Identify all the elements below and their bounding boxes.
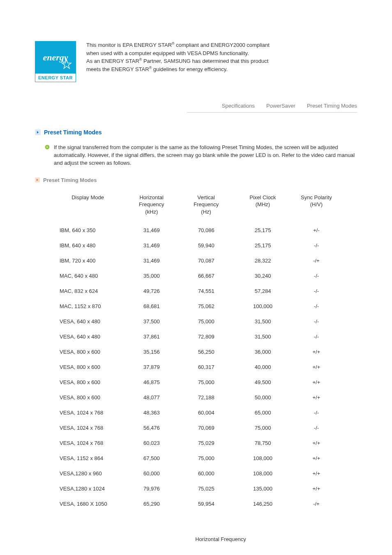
table-row: VESA, 800 x 60037,87960,31740,000+/+: [51, 359, 341, 375]
td-sync-polarity: -/-: [292, 242, 341, 249]
td-sync-polarity: -/-: [292, 303, 341, 309]
table-row: VESA, 1024 x 76848,36360,00465,000-/-: [51, 405, 341, 420]
td-sync-polarity: +/+: [292, 470, 341, 477]
table-body: IBM, 640 x 35031,46970,08625,175+/-IBM, …: [51, 223, 341, 511]
table-header-row: Display Mode Horizontal Frequency (kHz) …: [51, 194, 341, 223]
energy-star-description: This monitor is EPA ENERGY STAR® complia…: [86, 41, 279, 74]
th-display-mode: Display Mode: [51, 194, 124, 216]
td-sync-polarity: -/-: [292, 288, 341, 294]
td-pixel-clock: 30,240: [233, 273, 292, 279]
td-display-mode: VESA, 800 x 600: [51, 394, 124, 401]
td-vertical-freq: 70,086: [179, 227, 233, 233]
td-vertical-freq: 70,087: [179, 258, 233, 264]
td-pixel-clock: 25,175: [233, 242, 292, 249]
td-vertical-freq: 75,000: [179, 318, 233, 325]
tab-specifications[interactable]: Specifications: [222, 103, 255, 109]
td-pixel-clock: 50,000: [233, 394, 292, 401]
section-title: Preset Timing Modes: [44, 129, 102, 136]
td-horizontal-freq: 31,469: [124, 227, 179, 233]
td-pixel-clock: 49,500: [233, 379, 292, 385]
td-display-mode: VESA, 1024 x 768: [51, 440, 124, 446]
td-pixel-clock: 28,322: [233, 258, 292, 264]
th-sync-polarity: Sync Polarity (H/V): [292, 194, 341, 216]
td-pixel-clock: 36,000: [233, 349, 292, 355]
td-display-mode: VESA, 1024 x 768: [51, 425, 124, 431]
table-row: VESA, 640 x 48037,86172,80931,500-/-: [51, 329, 341, 344]
td-sync-polarity: -/-: [292, 318, 341, 325]
table-row: IBM, 640 x 48031,46959,94025,175-/-: [51, 238, 341, 253]
td-vertical-freq: 75,000: [179, 379, 233, 385]
tab-preset-timing-modes[interactable]: Preset Timing Modes: [307, 103, 357, 109]
th-vertical-freq: Vertical Frequency (Hz): [179, 194, 233, 216]
section-header: Preset Timing Modes: [35, 129, 357, 136]
td-vertical-freq: 60,317: [179, 364, 233, 370]
td-vertical-freq: 60,004: [179, 410, 233, 416]
td-display-mode: VESA, 640 x 480: [51, 334, 124, 340]
td-vertical-freq: 72,809: [179, 334, 233, 340]
td-pixel-clock: 40,000: [233, 364, 292, 370]
td-horizontal-freq: 60,000: [124, 470, 179, 477]
td-vertical-freq: 59,954: [179, 501, 233, 507]
td-pixel-clock: 25,175: [233, 227, 292, 233]
table-row: VESA, 800 x 60035,15656,25036,000+/+: [51, 344, 341, 359]
td-display-mode: VESA, 1024 x 768: [51, 410, 124, 416]
td-horizontal-freq: 35,000: [124, 273, 179, 279]
td-horizontal-freq: 49,726: [124, 288, 179, 294]
td-display-mode: MAC, 1152 x 870: [51, 303, 124, 309]
td-sync-polarity: +/+: [292, 486, 341, 492]
td-sync-polarity: +/+: [292, 379, 341, 385]
td-display-mode: IBM, 640 x 350: [51, 227, 124, 233]
timing-modes-table: Display Mode Horizontal Frequency (kHz) …: [51, 194, 341, 512]
td-horizontal-freq: 79,976: [124, 486, 179, 492]
td-pixel-clock: 31,500: [233, 318, 292, 325]
td-display-mode: VESA, 640 x 480: [51, 318, 124, 325]
table-row: VESA, 1024 x 76856,47670,06975,000-/-: [51, 420, 341, 435]
td-horizontal-freq: 68,681: [124, 303, 179, 309]
energy-text-1a: This monitor is EPA ENERGY STAR: [86, 42, 172, 48]
td-vertical-freq: 75,062: [179, 303, 233, 309]
energy-star-block: energy ENERGY STAR This monitor is EPA E…: [35, 41, 357, 82]
td-pixel-clock: 135,000: [233, 486, 292, 492]
td-sync-polarity: +/+: [292, 394, 341, 401]
td-horizontal-freq: 48,363: [124, 410, 179, 416]
table-row: VESA, 800 x 60046,87575,00049,500+/+: [51, 375, 341, 390]
td-display-mode: VESA,1280 x 1024: [51, 486, 124, 492]
table-row: VESA, 800 x 60048,07772,18850,000+/+: [51, 390, 341, 405]
td-pixel-clock: 100,000: [233, 303, 292, 309]
td-vertical-freq: 59,940: [179, 242, 233, 249]
tab-powersaver[interactable]: PowerSaver: [266, 103, 295, 109]
bullet-icon: [45, 145, 50, 150]
td-display-mode: VESA, 800 x 600: [51, 349, 124, 355]
th-horizontal-freq: Horizontal Frequency (kHz): [124, 194, 179, 216]
td-sync-polarity: +/+: [292, 349, 341, 355]
td-horizontal-freq: 60,023: [124, 440, 179, 446]
td-display-mode: IBM, 640 x 480: [51, 242, 124, 249]
registered-mark: ®: [172, 41, 175, 46]
horizontal-frequency-label: Horizontal Frequency: [84, 536, 357, 542]
td-sync-polarity: -/-: [292, 425, 341, 431]
td-sync-polarity: +/+: [292, 455, 341, 461]
td-pixel-clock: 31,500: [233, 334, 292, 340]
intro-block: If the signal transferred from the compu…: [45, 144, 357, 167]
td-pixel-clock: 146,250: [233, 501, 292, 507]
th-pixel-clock: Pixel Clock (MHz): [233, 194, 292, 216]
td-display-mode: VESA,1280 x 960: [51, 470, 124, 477]
intro-text: If the signal transferred from the compu…: [54, 144, 357, 167]
td-sync-polarity: -/-: [292, 410, 341, 416]
table-row: VESA,1280 x 96060,00060,000108,000+/+: [51, 466, 341, 481]
td-vertical-freq: 56,250: [179, 349, 233, 355]
td-horizontal-freq: 37,879: [124, 364, 179, 370]
td-vertical-freq: 75,025: [179, 486, 233, 492]
energy-text-2a: As an ENERGY STAR: [86, 58, 139, 64]
table-row: VESA, 640 x 48037,50075,00031,500-/-: [51, 314, 341, 329]
td-horizontal-freq: 37,500: [124, 318, 179, 325]
td-horizontal-freq: 35,156: [124, 349, 179, 355]
tab-navigation: Specifications PowerSaver Preset Timing …: [187, 103, 357, 113]
td-display-mode: VESA, 1152 x 864: [51, 455, 124, 461]
td-horizontal-freq: 56,476: [124, 425, 179, 431]
table-row: MAC, 1152 x 87068,68175,062100,000-/-: [51, 299, 341, 314]
td-vertical-freq: 60,000: [179, 470, 233, 477]
td-vertical-freq: 75,029: [179, 440, 233, 446]
td-vertical-freq: 70,069: [179, 425, 233, 431]
td-display-mode: IBM, 720 x 400: [51, 258, 124, 264]
